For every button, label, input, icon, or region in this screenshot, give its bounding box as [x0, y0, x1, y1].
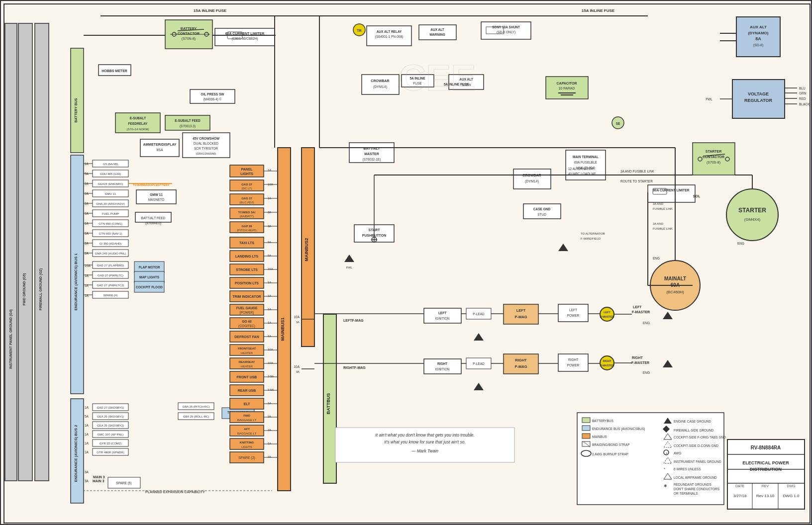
outer-border [3, 3, 809, 522]
main-container: 15A INLINE FUSE 15A INLINE FUSE INSTRUME… [0, 0, 812, 525]
